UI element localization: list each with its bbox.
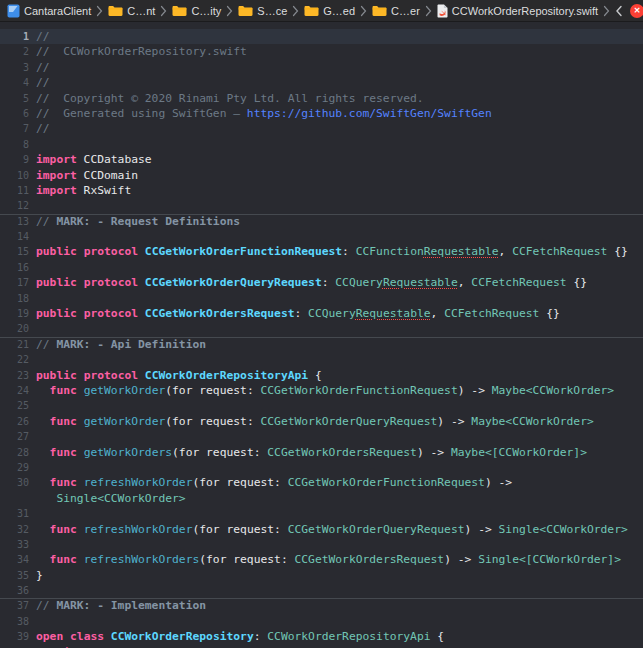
line-number[interactable]: 33 xyxy=(0,537,36,552)
breadcrumb-item[interactable]: CantaraClient xyxy=(7,4,91,18)
code-line[interactable]: 3// xyxy=(0,60,643,75)
code-line[interactable]: 30 func refreshWorkOrder(for request: CC… xyxy=(0,475,643,490)
code-line[interactable]: 39open class CCWorkOrderRepository: CCWo… xyxy=(0,629,643,644)
code-line[interactable]: 10import CCDomain xyxy=(0,168,643,183)
code-content: open class CCWorkOrderRepository: CCWork… xyxy=(36,629,643,644)
code-line[interactable]: 5// Copyright © 2020 Rinami Pty Ltd. All… xyxy=(0,91,643,106)
line-number[interactable]: 32 xyxy=(0,522,36,537)
code-line[interactable]: 24 func getWorkOrder(for request: CCGetW… xyxy=(0,383,643,398)
code-token: getWorkOrders xyxy=(84,446,172,459)
line-number[interactable]: 7 xyxy=(0,121,36,136)
line-number[interactable]: 30 xyxy=(0,475,36,490)
line-number[interactable]: 11 xyxy=(0,183,36,198)
code-line[interactable]: 33 xyxy=(0,537,643,552)
code-line[interactable]: 23public protocol CCWorkOrderRepositoryA… xyxy=(0,368,643,383)
line-number[interactable]: 3 xyxy=(0,60,36,75)
line-number[interactable] xyxy=(0,491,36,506)
code-line[interactable]: 18 xyxy=(0,291,643,306)
line-number[interactable]: 31 xyxy=(0,506,36,521)
line-number[interactable]: 18 xyxy=(0,291,36,306)
line-number[interactable]: 29 xyxy=(0,460,36,475)
jump-bar-right: ✕ xyxy=(615,4,641,18)
code-line[interactable]: 31 xyxy=(0,506,643,521)
line-number[interactable]: 8 xyxy=(0,137,36,152)
line-number[interactable]: 34 xyxy=(0,552,36,567)
breadcrumb-item[interactable]: C…ity xyxy=(172,5,221,17)
error-badge[interactable]: ✕ xyxy=(630,4,643,18)
code-line[interactable]: 1// xyxy=(0,29,643,44)
line-number[interactable]: 27 xyxy=(0,429,36,444)
line-number[interactable]: 4 xyxy=(0,75,36,90)
line-number[interactable]: 35 xyxy=(0,568,36,583)
code-line[interactable]: 38 xyxy=(0,614,643,629)
code-line[interactable]: 6// Generated using SwiftGen — https://g… xyxy=(0,106,643,121)
code-line[interactable]: 15public protocol CCGetWorkOrderFunction… xyxy=(0,244,643,259)
code-token: CCDatabase xyxy=(77,153,152,166)
line-number[interactable]: 12 xyxy=(0,198,36,213)
code-line[interactable]: 40 private let controller: CCDatabaseCon… xyxy=(0,645,643,648)
line-number[interactable]: 38 xyxy=(0,614,36,629)
breadcrumb-item[interactable]: C…er xyxy=(372,5,420,17)
code-line[interactable]: 4// xyxy=(0,75,643,90)
line-number[interactable]: 16 xyxy=(0,260,36,275)
line-number[interactable]: 36 xyxy=(0,583,36,598)
line-number[interactable]: 2 xyxy=(0,44,36,59)
line-number[interactable]: 20 xyxy=(0,321,36,336)
line-number[interactable]: 24 xyxy=(0,383,36,398)
code-line[interactable]: 36 xyxy=(0,583,643,598)
code-line[interactable]: 22 xyxy=(0,352,643,367)
line-number[interactable]: 26 xyxy=(0,414,36,429)
line-number[interactable]: 6 xyxy=(0,106,36,121)
code-line[interactable]: 37// MARK: - Implementation xyxy=(0,598,643,613)
code-line[interactable]: 21// MARK: - Api Definition xyxy=(0,337,643,352)
code-line[interactable]: 2// CCWorkOrderRepository.swift xyxy=(0,44,643,59)
chevron-left-icon[interactable] xyxy=(615,5,623,17)
code-token xyxy=(63,630,70,643)
code-line[interactable]: 26 func getWorkOrder(for request: CCGetW… xyxy=(0,414,643,429)
code-line[interactable]: 13// MARK: - Request Definitions xyxy=(0,214,643,229)
code-line[interactable]: 32 func refreshWorkOrder(for request: CC… xyxy=(0,522,643,537)
line-number[interactable]: 21 xyxy=(0,337,36,352)
line-number[interactable]: 17 xyxy=(0,275,36,290)
code-line[interactable]: 9import CCDatabase xyxy=(0,152,643,167)
code-line[interactable]: 7// xyxy=(0,121,643,136)
line-number[interactable]: 15 xyxy=(0,244,36,259)
code-line[interactable]: 35} xyxy=(0,568,643,583)
breadcrumb-item[interactable]: S…ce xyxy=(238,5,287,17)
code-line[interactable]: 14 xyxy=(0,229,643,244)
code-line[interactable]: 12 xyxy=(0,198,643,213)
code-editor[interactable]: 1//2// CCWorkOrderRepository.swift3//4//… xyxy=(0,22,643,648)
code-line[interactable]: 11import RxSwift xyxy=(0,183,643,198)
line-number[interactable]: 1 xyxy=(0,29,36,44)
line-number[interactable]: 19 xyxy=(0,306,36,321)
breadcrumb-item[interactable]: G…ed xyxy=(304,5,355,17)
breadcrumb-item[interactable]: CCWorkOrderRepository.swift xyxy=(437,4,598,18)
code-line[interactable]: 34 func refreshWorkOrders(for request: C… xyxy=(0,552,643,567)
chevron-right-icon xyxy=(425,5,432,17)
line-number[interactable]: 5 xyxy=(0,91,36,106)
code-line[interactable]: 28 func getWorkOrders(for request: CCGet… xyxy=(0,445,643,460)
code-line[interactable]: 27 xyxy=(0,429,643,444)
line-number[interactable]: 40 xyxy=(0,645,36,648)
line-number[interactable]: 9 xyxy=(0,152,36,167)
line-number[interactable]: 10 xyxy=(0,168,36,183)
line-number[interactable]: 25 xyxy=(0,398,36,413)
line-number[interactable]: 23 xyxy=(0,368,36,383)
breadcrumb-label: CantaraClient xyxy=(24,5,91,17)
line-number[interactable]: 22 xyxy=(0,352,36,367)
code-line[interactable]: 17public protocol CCGetWorkOrderQueryReq… xyxy=(0,275,643,290)
line-number[interactable]: 14 xyxy=(0,229,36,244)
code-line[interactable]: 29 xyxy=(0,460,643,475)
code-line[interactable]: 16 xyxy=(0,260,643,275)
code-line[interactable]: Single<CCWorkOrder> xyxy=(0,491,643,506)
line-number[interactable]: 39 xyxy=(0,629,36,644)
line-number[interactable]: 28 xyxy=(0,445,36,460)
code-line[interactable]: 19public protocol CCGetWorkOrdersRequest… xyxy=(0,306,643,321)
code-line[interactable]: 8 xyxy=(0,137,643,152)
line-number[interactable]: 13 xyxy=(0,214,36,229)
code-line[interactable]: 20 xyxy=(0,321,643,336)
line-number[interactable]: 37 xyxy=(0,598,36,613)
code-line[interactable]: 25 xyxy=(0,398,643,413)
code-token: func xyxy=(50,553,77,566)
breadcrumb-item[interactable]: C…nt xyxy=(108,5,155,17)
